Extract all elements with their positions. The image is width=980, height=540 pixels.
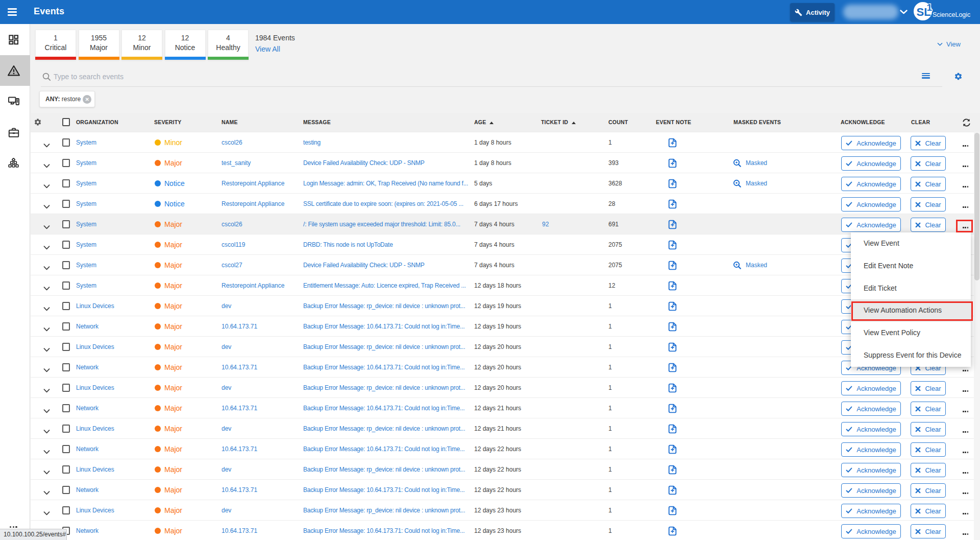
svg-text:1: 1 [927,2,933,13]
